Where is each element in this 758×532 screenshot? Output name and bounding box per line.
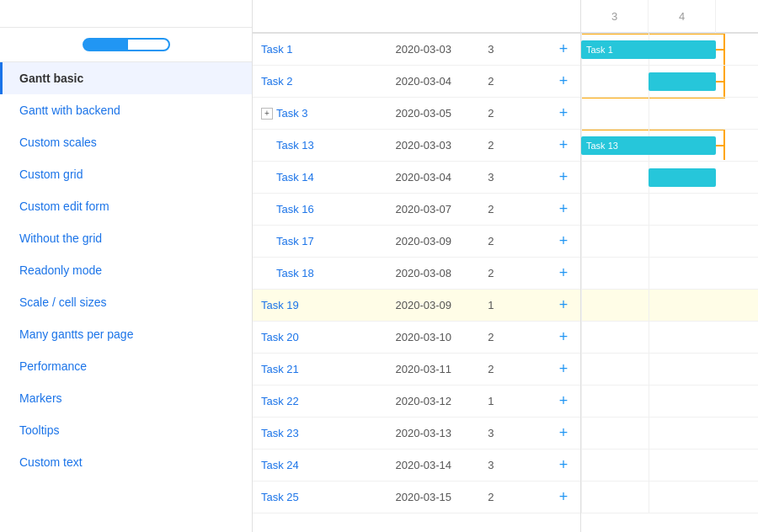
gantt-body: Task 1Task 13 — [581, 34, 758, 532]
sidebar-item-readonly-mode[interactable]: Readonly mode — [0, 254, 252, 286]
table-row[interactable]: Task 142020-03-043+ — [253, 162, 580, 194]
add-task-button[interactable]: + — [547, 34, 580, 66]
task-start: 2020-03-12 — [387, 386, 480, 418]
table-row[interactable]: Task 172020-03-092+ — [253, 226, 580, 258]
gantt-day-header: 4 — [649, 0, 716, 33]
task-start: 2020-03-13 — [387, 418, 480, 450]
table-row[interactable]: Task 22020-03-042+ — [253, 66, 580, 98]
main-area: Task 12020-03-033+Task 22020-03-042++Tas… — [253, 0, 758, 532]
gantt-bar[interactable] — [649, 72, 716, 91]
task-name: Task 16 — [276, 203, 314, 215]
table-row[interactable]: Task 212020-03-112+ — [253, 354, 580, 386]
task-start: 2020-03-05 — [387, 98, 480, 130]
sidebar-item-without-the-grid[interactable]: Without the grid — [0, 222, 252, 254]
sidebar-item-custom-grid[interactable]: Custom grid — [0, 158, 252, 190]
add-task-button[interactable]: + — [547, 66, 580, 98]
task-duration: 2 — [479, 194, 547, 226]
task-name: Task 1 — [261, 43, 293, 56]
table-row[interactable]: Task 232020-03-133+ — [253, 418, 580, 450]
add-task-button[interactable]: + — [547, 481, 580, 513]
task-duration: 3 — [479, 450, 547, 481]
table-row[interactable]: Task 222020-03-121+ — [253, 386, 580, 418]
add-task-button[interactable]: + — [547, 418, 580, 450]
task-start: 2020-03-07 — [387, 194, 480, 226]
task-duration: 2 — [479, 98, 547, 130]
table-row[interactable]: Task 12020-03-033+ — [253, 34, 580, 66]
sidebar-item-markers[interactable]: Markers — [0, 382, 252, 414]
add-task-button[interactable]: + — [547, 258, 580, 290]
table-row[interactable]: Task 132020-03-032+ — [253, 130, 580, 162]
task-start: 2020-03-08 — [387, 258, 480, 290]
theme-classic-button[interactable] — [83, 38, 126, 51]
task-duration: 2 — [479, 322, 547, 354]
task-name: Task 14 — [276, 171, 314, 184]
task-start: 2020-03-15 — [387, 481, 480, 513]
task-name: Task 25 — [261, 491, 299, 503]
sidebar-item-gantt-basic[interactable]: Gantt basic — [0, 62, 252, 94]
add-task-button[interactable]: + — [547, 354, 580, 386]
table-row[interactable]: Task 242020-03-143+ — [253, 450, 580, 481]
task-duration: 3 — [479, 162, 547, 194]
gantt-day-header: 3 — [581, 0, 649, 33]
sidebar-item-custom-scales[interactable]: Custom scales — [0, 126, 252, 158]
task-name: Task 20 — [261, 331, 299, 343]
task-name: Task 13 — [276, 139, 314, 152]
add-task-button[interactable]: + — [547, 98, 580, 130]
sidebar-item-custom-text[interactable]: Custom text — [0, 446, 252, 478]
task-start: 2020-03-04 — [387, 162, 480, 194]
task-name: Task 21 — [261, 363, 299, 375]
sidebar-item-scale-/-cell-sizes[interactable]: Scale / cell sizes — [0, 286, 252, 318]
th-add[interactable] — [547, 0, 580, 33]
gantt-row — [581, 386, 758, 418]
add-task-button[interactable]: + — [547, 162, 580, 194]
task-start: 2020-03-03 — [387, 34, 480, 66]
gantt-chart: 34 Task 1Task 13 — [581, 0, 758, 532]
task-duration: 3 — [479, 34, 547, 66]
gantt-row — [581, 354, 758, 386]
task-duration: 2 — [479, 66, 547, 98]
gantt-bar[interactable]: Task 13 — [581, 136, 716, 155]
add-task-button[interactable]: + — [547, 130, 580, 162]
gantt-row — [581, 450, 758, 481]
sidebar-item-custom-edit-form[interactable]: Custom edit form — [0, 190, 252, 222]
task-start: 2020-03-03 — [387, 130, 480, 162]
task-duration: 2 — [479, 258, 547, 290]
add-task-button[interactable]: + — [547, 290, 580, 322]
gantt-bar[interactable] — [649, 168, 716, 187]
task-duration: 2 — [479, 226, 547, 258]
task-start: 2020-03-11 — [387, 354, 480, 386]
sidebar-item-gantt-with-backend[interactable]: Gantt with backend — [0, 94, 252, 126]
sidebar-item-many-gantts-per-page[interactable]: Many gantts per page — [0, 318, 252, 350]
gantt-header: 34 — [581, 0, 758, 34]
gantt-row: Task 1 — [581, 34, 758, 66]
expand-button[interactable]: + — [261, 108, 273, 120]
table-row[interactable]: Task 252020-03-152+ — [253, 481, 580, 513]
gantt-row — [581, 481, 758, 513]
add-task-button[interactable]: + — [547, 450, 580, 481]
task-duration: 3 — [479, 418, 547, 450]
task-name: Task 2 — [261, 75, 293, 88]
th-task-name — [253, 0, 387, 33]
gantt-bar[interactable]: Task 1 — [581, 40, 716, 59]
add-task-button[interactable]: + — [547, 322, 580, 354]
table-row[interactable]: Task 182020-03-082+ — [253, 258, 580, 290]
task-duration: 2 — [479, 481, 547, 513]
add-task-button[interactable]: + — [547, 226, 580, 258]
table-row[interactable]: Task 162020-03-072+ — [253, 194, 580, 226]
task-start: 2020-03-09 — [387, 290, 480, 322]
gantt-row — [581, 322, 758, 354]
theme-switcher — [0, 28, 252, 62]
theme-material-button[interactable] — [126, 38, 170, 51]
sidebar-item-tooltips[interactable]: Tooltips — [0, 414, 252, 446]
gantt-row — [581, 66, 758, 98]
sidebar-item-performance[interactable]: Performance — [0, 350, 252, 382]
add-task-button[interactable]: + — [547, 386, 580, 418]
table-row[interactable]: +Task 32020-03-052+ — [253, 98, 580, 130]
table-row[interactable]: Task 202020-03-102+ — [253, 322, 580, 354]
add-task-button[interactable]: + — [547, 194, 580, 226]
task-duration: 1 — [479, 290, 547, 322]
task-name: Task 17 — [276, 235, 314, 247]
nav-list: Gantt basicGantt with backendCustom scal… — [0, 62, 252, 532]
gantt-row — [581, 162, 758, 194]
table-row[interactable]: Task 192020-03-091+ — [253, 290, 580, 322]
